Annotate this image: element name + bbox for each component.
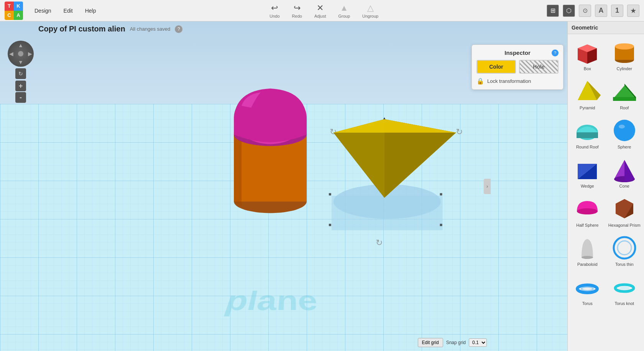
lock-icon: 🔒 xyxy=(476,77,484,85)
shape-item-roof[interactable]: Roof xyxy=(607,76,642,112)
view-star-btn[interactable]: ★ xyxy=(627,5,639,17)
inspector-help-btn[interactable]: ? xyxy=(552,49,559,56)
shape-item-torus-thin[interactable]: Torus thin xyxy=(607,232,642,269)
edit-grid-btn[interactable]: Edit grid xyxy=(418,338,443,347)
adjust-icon: ✕ xyxy=(317,3,324,13)
menu-edit[interactable]: Edit xyxy=(58,5,78,16)
shape-preview-paraboloid xyxy=(574,234,601,261)
shape-label-cylinder: Cylinder xyxy=(617,66,632,71)
undo-button[interactable]: ↩ Undo xyxy=(269,3,279,18)
snap-grid-select[interactable]: 0.1 0.5 1.0 xyxy=(469,338,487,347)
help-button[interactable]: ? xyxy=(175,25,182,33)
logo-cad-bot: A xyxy=(14,11,23,20)
canvas-area[interactable]: Copy of PI custom alien All changes save… xyxy=(0,21,567,351)
shape-item-paraboloid[interactable]: Paraboloid xyxy=(570,232,605,269)
logo-ker: K xyxy=(14,2,23,11)
zoom-in-btn[interactable]: + xyxy=(15,81,26,91)
shape-label-box: Box xyxy=(584,66,591,71)
group-label: Group xyxy=(338,14,350,18)
shape-preview-wedge xyxy=(574,156,601,183)
svg-marker-35 xyxy=(613,86,636,99)
shape-item-round-roof[interactable]: Round Roof xyxy=(570,115,605,152)
svg-point-41 xyxy=(619,125,625,129)
view-3d-btn[interactable]: ⬡ xyxy=(563,5,575,17)
hole-button[interactable]: Hole xyxy=(519,60,559,74)
undo-icon: ↩ xyxy=(271,3,278,13)
color-button[interactable]: Color xyxy=(476,60,516,74)
logo-cad-top: C xyxy=(5,11,14,20)
svg-point-48 xyxy=(577,208,598,214)
svg-marker-47 xyxy=(624,160,635,182)
shape-panel-scroll[interactable]: Box Cylinder Pyramid Roof Round Roof Sph… xyxy=(568,34,644,351)
undo-label: Undo xyxy=(269,14,279,18)
view-wire-btn[interactable]: ⊙ xyxy=(579,5,591,17)
adjust-button[interactable]: ✕ Adjust xyxy=(314,3,326,18)
redo-label: Redo xyxy=(292,14,302,18)
shape-label-cone: Cone xyxy=(619,184,629,188)
grid-plane: plane xyxy=(0,104,567,351)
redo-icon: ↪ xyxy=(294,3,301,13)
shape-preview-torus-thin xyxy=(611,234,638,261)
shape-item-cylinder[interactable]: Cylinder xyxy=(607,36,642,73)
save-status: All changes saved xyxy=(130,26,171,32)
top-bar: T K C A Design Edit Help ↩ Undo ↪ Redo ✕… xyxy=(0,0,644,21)
shape-item-sphere[interactable]: Sphere xyxy=(607,115,642,152)
lock-transformation-row[interactable]: 🔒 Lock transformation xyxy=(476,77,559,85)
zoom-out-btn[interactable]: - xyxy=(15,92,26,103)
panel-toggle-btn[interactable]: › xyxy=(484,179,491,194)
shape-label-wedge: Wedge xyxy=(581,184,594,188)
shape-item-pyramid[interactable]: Pyramid xyxy=(570,76,605,112)
toolbar-center: ↩ Undo ↪ Redo ✕ Adjust ▲ Group △ Ungroup xyxy=(108,3,540,18)
shape-preview-torus-knot xyxy=(611,274,638,300)
svg-point-54 xyxy=(618,241,631,255)
ungroup-button[interactable]: △ Ungroup xyxy=(362,3,378,18)
group-icon: ▲ xyxy=(340,3,348,13)
adjust-label: Adjust xyxy=(314,14,326,18)
view-text-btn[interactable]: A xyxy=(595,5,607,17)
view-num-btn[interactable]: 1 xyxy=(611,5,623,17)
shape-preview-roof xyxy=(611,78,638,105)
project-title-bar: Copy of PI custom alien All changes save… xyxy=(38,25,182,33)
shape-preview-torus xyxy=(574,274,601,300)
ungroup-icon: △ xyxy=(367,3,374,13)
svg-point-31 xyxy=(615,43,634,49)
tinkercad-logo[interactable]: T K C A xyxy=(5,2,23,20)
shape-item-wedge[interactable]: Wedge xyxy=(570,154,605,191)
nav-rotate-btn[interactable]: ↻ xyxy=(15,68,26,79)
menu-design[interactable]: Design xyxy=(29,5,57,16)
ungroup-label: Ungroup xyxy=(362,14,378,18)
shape-label-paraboloid: Paraboloid xyxy=(577,262,598,267)
menu-help[interactable]: Help xyxy=(80,5,102,16)
shape-label-sphere: Sphere xyxy=(618,145,631,149)
project-title[interactable]: Copy of PI custom alien xyxy=(38,25,125,33)
nav-controls: ▲ ▼ ◀ ▶ ↻ + - xyxy=(8,41,34,103)
snap-grid-label: Snap grid xyxy=(446,340,466,345)
svg-point-52 xyxy=(582,256,593,259)
svg-point-40 xyxy=(614,120,635,141)
shape-preview-hex-prism xyxy=(611,195,638,222)
shape-item-torus[interactable]: Torus xyxy=(570,271,605,308)
group-button[interactable]: ▲ Group xyxy=(338,3,350,18)
shape-preview-box xyxy=(574,39,601,66)
redo-button[interactable]: ↪ Redo xyxy=(292,3,302,18)
shape-item-torus-knot[interactable]: Torus knot xyxy=(607,271,642,308)
lock-label: Lock transformation xyxy=(487,78,531,84)
svg-marker-34 xyxy=(578,81,601,100)
shape-preview-round-roof xyxy=(574,117,601,144)
shape-preview-pyramid xyxy=(574,78,601,105)
menu-bar: Design Edit Help xyxy=(29,5,102,16)
shape-preview-half-sphere xyxy=(574,195,601,222)
shape-label-round-roof: Round Roof xyxy=(576,145,599,149)
view-grid-btn[interactable]: ⊞ xyxy=(547,5,559,17)
nav-pan-control[interactable]: ▲ ▼ ◀ ▶ xyxy=(8,41,34,67)
nav-center xyxy=(18,51,23,56)
shape-item-hex-prism[interactable]: Hexagonal Prism xyxy=(607,193,642,230)
svg-rect-36 xyxy=(613,97,636,101)
view-controls: ⊞ ⬡ ⊙ A 1 ★ xyxy=(547,5,639,17)
svg-rect-39 xyxy=(577,132,598,138)
shape-item-cone[interactable]: Cone xyxy=(607,154,642,191)
shape-label-hex-prism: Hexagonal Prism xyxy=(608,223,641,227)
shape-item-box[interactable]: Box xyxy=(570,36,605,73)
shape-label-torus-thin: Torus thin xyxy=(615,262,634,267)
shape-item-half-sphere[interactable]: Half Sphere xyxy=(570,193,605,230)
